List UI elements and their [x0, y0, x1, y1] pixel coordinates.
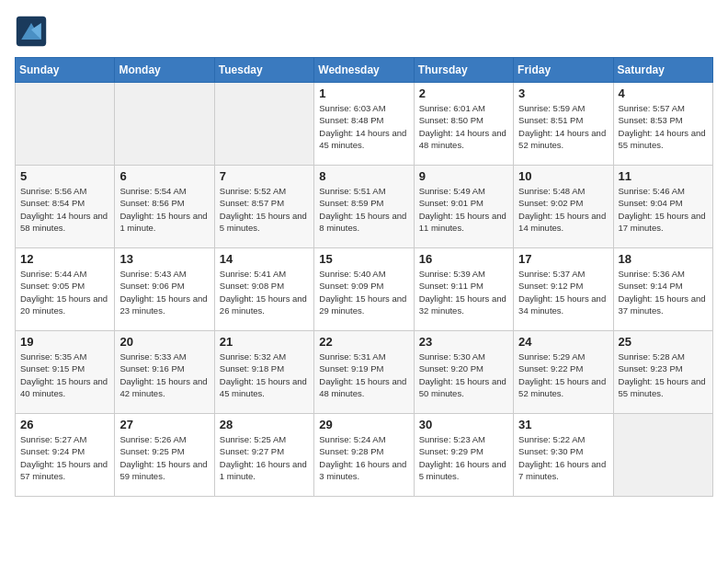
day-number: 24 — [518, 335, 608, 349]
calendar-cell: 30Sunrise: 5:23 AM Sunset: 9:29 PM Dayli… — [414, 414, 513, 497]
calendar-cell: 14Sunrise: 5:41 AM Sunset: 9:08 PM Dayli… — [214, 248, 313, 331]
day-info: Sunrise: 5:39 AM Sunset: 9:11 PM Dayligh… — [419, 268, 508, 316]
day-info: Sunrise: 5:51 AM Sunset: 8:59 PM Dayligh… — [319, 185, 408, 234]
day-number: 16 — [419, 252, 508, 266]
calendar-cell: 16Sunrise: 5:39 AM Sunset: 9:11 PM Dayli… — [414, 248, 513, 331]
calendar-cell: 23Sunrise: 5:30 AM Sunset: 9:20 PM Dayli… — [414, 331, 513, 414]
header-day: Tuesday — [214, 58, 313, 83]
calendar-cell — [613, 414, 712, 497]
calendar-cell: 25Sunrise: 5:28 AM Sunset: 9:23 PM Dayli… — [613, 331, 712, 414]
calendar-header: SundayMondayTuesdayWednesdayThursdayFrid… — [16, 58, 713, 83]
day-info: Sunrise: 5:48 AM Sunset: 9:02 PM Dayligh… — [518, 185, 608, 234]
calendar-cell — [16, 83, 115, 166]
calendar-table: SundayMondayTuesdayWednesdayThursdayFrid… — [15, 57, 713, 497]
day-number: 10 — [518, 169, 608, 183]
header-day: Sunday — [16, 58, 115, 83]
day-number: 28 — [220, 418, 309, 431]
calendar-cell: 3Sunrise: 5:59 AM Sunset: 8:51 PM Daylig… — [514, 83, 613, 166]
calendar-cell: 6Sunrise: 5:54 AM Sunset: 8:56 PM Daylig… — [115, 166, 214, 248]
calendar-cell: 31Sunrise: 5:22 AM Sunset: 9:30 PM Dayli… — [514, 414, 613, 497]
day-number: 31 — [518, 418, 608, 431]
calendar-cell: 27Sunrise: 5:26 AM Sunset: 9:25 PM Dayli… — [115, 414, 214, 497]
header-day: Wednesday — [314, 58, 414, 83]
day-info: Sunrise: 5:27 AM Sunset: 9:24 PM Dayligh… — [20, 433, 109, 482]
day-number: 6 — [119, 169, 209, 183]
calendar-cell: 7Sunrise: 5:52 AM Sunset: 8:57 PM Daylig… — [214, 166, 313, 248]
day-info: Sunrise: 5:32 AM Sunset: 9:18 PM Dayligh… — [220, 350, 309, 399]
calendar-cell: 26Sunrise: 5:27 AM Sunset: 9:24 PM Dayli… — [16, 414, 115, 497]
calendar-week: 1Sunrise: 6:03 AM Sunset: 8:48 PM Daylig… — [16, 83, 713, 166]
calendar-cell: 11Sunrise: 5:46 AM Sunset: 9:04 PM Dayli… — [613, 166, 712, 248]
day-info: Sunrise: 5:40 AM Sunset: 9:09 PM Dayligh… — [319, 268, 408, 316]
day-info: Sunrise: 5:49 AM Sunset: 9:01 PM Dayligh… — [419, 185, 508, 234]
day-number: 17 — [518, 252, 608, 266]
calendar-cell: 13Sunrise: 5:43 AM Sunset: 9:06 PM Dayli… — [115, 248, 214, 331]
calendar-cell: 1Sunrise: 6:03 AM Sunset: 8:48 PM Daylig… — [314, 83, 414, 166]
page-header — [15, 15, 713, 48]
calendar-cell: 20Sunrise: 5:33 AM Sunset: 9:16 PM Dayli… — [115, 331, 214, 414]
day-info: Sunrise: 5:26 AM Sunset: 9:25 PM Dayligh… — [119, 433, 209, 482]
day-number: 2 — [419, 86, 508, 100]
day-info: Sunrise: 5:54 AM Sunset: 8:56 PM Dayligh… — [119, 185, 209, 234]
day-number: 8 — [319, 169, 408, 183]
day-info: Sunrise: 5:52 AM Sunset: 8:57 PM Dayligh… — [220, 185, 309, 234]
day-number: 30 — [419, 418, 508, 431]
calendar-body: 1Sunrise: 6:03 AM Sunset: 8:48 PM Daylig… — [16, 83, 713, 497]
day-info: Sunrise: 5:30 AM Sunset: 9:20 PM Dayligh… — [419, 350, 508, 399]
day-number: 15 — [319, 252, 408, 266]
header-day: Thursday — [414, 58, 513, 83]
calendar-cell: 12Sunrise: 5:44 AM Sunset: 9:05 PM Dayli… — [16, 248, 115, 331]
day-info: Sunrise: 5:24 AM Sunset: 9:28 PM Dayligh… — [319, 433, 408, 482]
calendar-cell: 2Sunrise: 6:01 AM Sunset: 8:50 PM Daylig… — [414, 83, 513, 166]
day-info: Sunrise: 5:23 AM Sunset: 9:29 PM Dayligh… — [419, 433, 508, 482]
calendar-week: 19Sunrise: 5:35 AM Sunset: 9:15 PM Dayli… — [16, 331, 713, 414]
day-number: 19 — [20, 335, 109, 349]
logo-icon — [15, 15, 48, 48]
day-info: Sunrise: 5:56 AM Sunset: 8:54 PM Dayligh… — [20, 185, 109, 234]
calendar-cell: 10Sunrise: 5:48 AM Sunset: 9:02 PM Dayli… — [514, 166, 613, 248]
calendar-cell — [214, 83, 313, 166]
day-number: 14 — [220, 252, 309, 266]
header-row: SundayMondayTuesdayWednesdayThursdayFrid… — [16, 58, 713, 83]
day-number: 9 — [419, 169, 508, 183]
day-info: Sunrise: 5:57 AM Sunset: 8:53 PM Dayligh… — [619, 102, 708, 151]
day-number: 4 — [619, 86, 708, 100]
calendar-cell: 28Sunrise: 5:25 AM Sunset: 9:27 PM Dayli… — [214, 414, 313, 497]
calendar-cell: 17Sunrise: 5:37 AM Sunset: 9:12 PM Dayli… — [514, 248, 613, 331]
day-number: 1 — [319, 86, 408, 100]
day-number: 29 — [319, 418, 408, 431]
calendar-cell: 8Sunrise: 5:51 AM Sunset: 8:59 PM Daylig… — [314, 166, 414, 248]
calendar-cell — [115, 83, 214, 166]
header-day: Monday — [115, 58, 214, 83]
day-number: 27 — [119, 418, 209, 431]
calendar-cell: 21Sunrise: 5:32 AM Sunset: 9:18 PM Dayli… — [214, 331, 313, 414]
calendar-week: 12Sunrise: 5:44 AM Sunset: 9:05 PM Dayli… — [16, 248, 713, 331]
day-number: 11 — [619, 169, 708, 183]
day-info: Sunrise: 5:59 AM Sunset: 8:51 PM Dayligh… — [518, 102, 608, 151]
day-number: 26 — [20, 418, 109, 431]
day-info: Sunrise: 5:31 AM Sunset: 9:19 PM Dayligh… — [319, 350, 408, 399]
day-info: Sunrise: 5:33 AM Sunset: 9:16 PM Dayligh… — [119, 350, 209, 399]
day-info: Sunrise: 5:28 AM Sunset: 9:23 PM Dayligh… — [619, 350, 708, 399]
day-info: Sunrise: 5:44 AM Sunset: 9:05 PM Dayligh… — [20, 268, 109, 316]
day-info: Sunrise: 5:41 AM Sunset: 9:08 PM Dayligh… — [220, 268, 309, 316]
day-info: Sunrise: 5:43 AM Sunset: 9:06 PM Dayligh… — [119, 268, 209, 316]
day-info: Sunrise: 5:36 AM Sunset: 9:14 PM Dayligh… — [619, 268, 708, 316]
day-info: Sunrise: 5:35 AM Sunset: 9:15 PM Dayligh… — [20, 350, 109, 399]
header-day: Saturday — [613, 58, 712, 83]
day-info: Sunrise: 5:22 AM Sunset: 9:30 PM Dayligh… — [518, 433, 608, 482]
calendar-cell: 5Sunrise: 5:56 AM Sunset: 8:54 PM Daylig… — [16, 166, 115, 248]
day-info: Sunrise: 5:29 AM Sunset: 9:22 PM Dayligh… — [518, 350, 608, 399]
calendar-week: 5Sunrise: 5:56 AM Sunset: 8:54 PM Daylig… — [16, 166, 713, 248]
logo — [15, 15, 51, 48]
day-info: Sunrise: 5:25 AM Sunset: 9:27 PM Dayligh… — [220, 433, 309, 482]
day-number: 18 — [619, 252, 708, 266]
day-info: Sunrise: 6:01 AM Sunset: 8:50 PM Dayligh… — [419, 102, 508, 151]
calendar-cell: 9Sunrise: 5:49 AM Sunset: 9:01 PM Daylig… — [414, 166, 513, 248]
day-info: Sunrise: 5:37 AM Sunset: 9:12 PM Dayligh… — [518, 268, 608, 316]
day-info: Sunrise: 5:46 AM Sunset: 9:04 PM Dayligh… — [619, 185, 708, 234]
calendar-cell: 19Sunrise: 5:35 AM Sunset: 9:15 PM Dayli… — [16, 331, 115, 414]
calendar-cell: 18Sunrise: 5:36 AM Sunset: 9:14 PM Dayli… — [613, 248, 712, 331]
day-number: 12 — [20, 252, 109, 266]
calendar-cell: 29Sunrise: 5:24 AM Sunset: 9:28 PM Dayli… — [314, 414, 414, 497]
